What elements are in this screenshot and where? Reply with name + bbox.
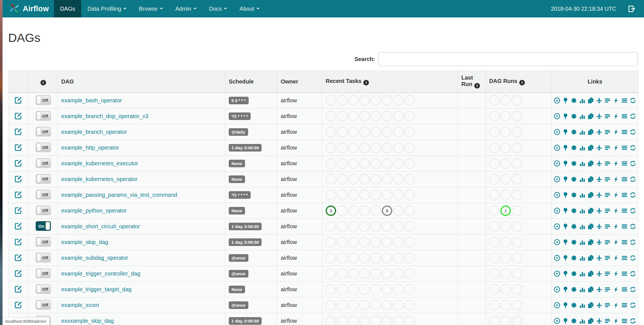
dag-run-circle[interactable] xyxy=(500,316,511,325)
task-state-circle[interactable] xyxy=(393,221,403,232)
task-state-circle[interactable] xyxy=(371,190,381,200)
code-bolt-icon[interactable] xyxy=(613,207,619,214)
task-state-circle[interactable] xyxy=(371,127,381,137)
tree-icon[interactable] xyxy=(562,255,569,261)
task-tries-icon[interactable] xyxy=(588,270,594,277)
task-state-circle[interactable] xyxy=(382,111,392,121)
dag-run-circle[interactable] xyxy=(500,174,511,184)
task-state-circle[interactable] xyxy=(404,300,415,310)
logs-icon[interactable] xyxy=(621,160,628,167)
gantt-icon[interactable] xyxy=(604,270,611,277)
task-tries-icon[interactable] xyxy=(588,192,594,198)
task-state-circle[interactable] xyxy=(382,158,392,169)
task-state-circle[interactable] xyxy=(337,221,347,232)
logs-icon[interactable] xyxy=(621,145,628,151)
landing-times-plane-icon[interactable] xyxy=(596,270,602,277)
task-tries-icon[interactable] xyxy=(588,239,594,245)
task-state-circle[interactable] xyxy=(348,95,359,106)
task-state-circle[interactable] xyxy=(404,253,415,263)
task-state-circle[interactable] xyxy=(348,190,359,200)
dag-pause-toggle[interactable]: Off xyxy=(36,143,51,152)
dag-run-circle[interactable] xyxy=(512,190,522,200)
gantt-icon[interactable] xyxy=(604,97,611,104)
dag-run-circle[interactable] xyxy=(489,268,500,279)
task-state-circle[interactable] xyxy=(404,174,415,184)
task-state-circle[interactable] xyxy=(337,158,347,169)
task-state-circle[interactable] xyxy=(393,206,403,216)
duration-chart-icon[interactable] xyxy=(579,239,586,245)
code-bolt-icon[interactable] xyxy=(613,286,619,293)
duration-chart-icon[interactable] xyxy=(579,113,586,119)
task-tries-icon[interactable] xyxy=(588,255,594,261)
task-state-circle[interactable] xyxy=(382,221,392,232)
graph-icon[interactable] xyxy=(571,207,577,214)
graph-icon[interactable] xyxy=(571,113,577,119)
play-circle-icon[interactable] xyxy=(554,318,560,324)
refresh-icon[interactable] xyxy=(630,223,636,230)
edit-dag-icon[interactable] xyxy=(15,128,22,135)
gantt-icon[interactable] xyxy=(604,113,611,119)
task-state-circle[interactable] xyxy=(326,111,336,121)
task-state-circle[interactable] xyxy=(404,111,415,121)
play-circle-icon[interactable] xyxy=(554,239,560,245)
nav-item-admin[interactable]: Admin xyxy=(169,0,203,17)
tree-icon[interactable] xyxy=(562,270,569,277)
task-state-circle[interactable] xyxy=(393,158,403,169)
task-state-circle[interactable] xyxy=(382,95,392,106)
code-bolt-icon[interactable] xyxy=(613,239,619,245)
refresh-icon[interactable] xyxy=(630,255,636,261)
task-state-circle[interactable] xyxy=(382,284,392,295)
tree-icon[interactable] xyxy=(562,223,569,230)
refresh-icon[interactable] xyxy=(630,97,636,104)
dag-run-circle[interactable] xyxy=(512,237,522,247)
nav-item-data-profiling[interactable]: Data Profiling xyxy=(81,0,133,17)
edit-dag-icon[interactable] xyxy=(15,301,22,308)
landing-times-plane-icon[interactable] xyxy=(596,129,602,135)
dag-run-circle[interactable] xyxy=(489,190,500,200)
dag-run-circle[interactable] xyxy=(512,253,522,263)
edit-dag-icon[interactable] xyxy=(15,143,22,151)
dag-run-circle[interactable] xyxy=(489,253,500,263)
play-circle-icon[interactable] xyxy=(554,176,560,182)
task-state-circle[interactable] xyxy=(326,253,336,263)
task-state-circle[interactable] xyxy=(326,158,336,169)
play-circle-icon[interactable] xyxy=(554,160,560,167)
landing-times-plane-icon[interactable] xyxy=(596,192,602,198)
code-bolt-icon[interactable] xyxy=(613,302,619,308)
duration-chart-icon[interactable] xyxy=(579,286,586,293)
play-circle-icon[interactable] xyxy=(554,302,560,308)
landing-times-plane-icon[interactable] xyxy=(596,223,602,230)
dag-pause-toggle[interactable]: Off xyxy=(36,284,51,294)
task-state-circle[interactable] xyxy=(393,300,403,310)
task-state-circle[interactable] xyxy=(382,174,392,184)
dag-run-circle[interactable] xyxy=(500,158,511,169)
task-state-circle[interactable] xyxy=(393,174,403,184)
task-state-circle[interactable] xyxy=(337,284,347,295)
dag-pause-toggle[interactable]: Off xyxy=(36,127,51,136)
task-state-circle[interactable] xyxy=(337,190,347,200)
dag-link[interactable]: example_python_operator xyxy=(61,207,126,214)
edit-dag-icon[interactable] xyxy=(15,269,22,277)
tree-icon[interactable] xyxy=(562,207,569,214)
tree-icon[interactable] xyxy=(562,302,569,308)
task-state-circle[interactable] xyxy=(359,284,370,295)
duration-chart-icon[interactable] xyxy=(579,192,586,198)
logs-icon[interactable] xyxy=(621,318,628,324)
task-state-circle[interactable] xyxy=(371,268,381,279)
graph-icon[interactable] xyxy=(571,176,577,182)
task-state-circle[interactable] xyxy=(371,237,381,247)
task-state-circle[interactable] xyxy=(404,206,415,216)
dag-run-circle[interactable] xyxy=(489,158,500,169)
logs-icon[interactable] xyxy=(621,192,628,198)
task-state-circle[interactable] xyxy=(359,300,370,310)
graph-icon[interactable] xyxy=(571,223,577,230)
task-state-circle[interactable] xyxy=(382,268,392,279)
dag-run-circle[interactable] xyxy=(512,127,522,137)
task-state-circle[interactable] xyxy=(371,221,381,232)
logout-icon[interactable] xyxy=(628,5,636,13)
task-state-circle[interactable] xyxy=(326,284,336,295)
task-state-circle[interactable] xyxy=(371,316,381,325)
dag-run-circle[interactable] xyxy=(512,158,522,169)
graph-icon[interactable] xyxy=(571,286,577,293)
refresh-icon[interactable] xyxy=(630,145,636,151)
